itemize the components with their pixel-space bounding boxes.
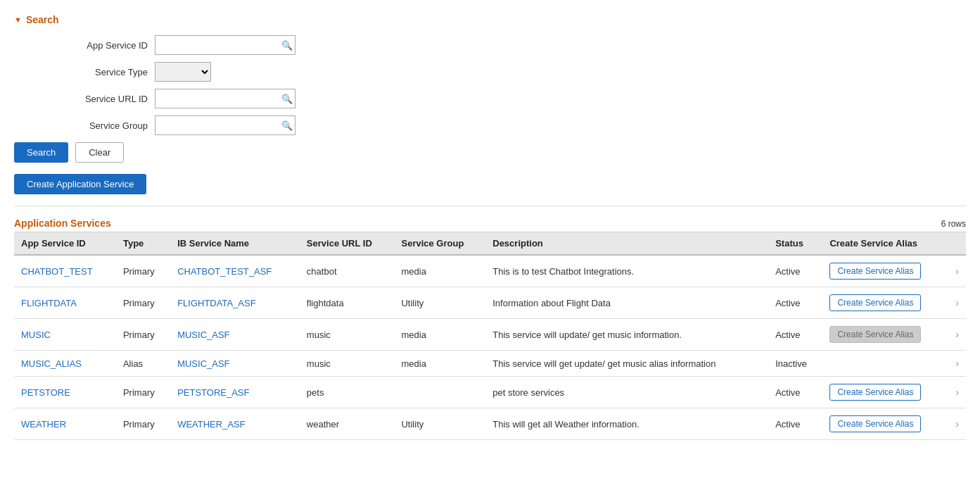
description-cell: This will get all Weather information. <box>485 408 768 440</box>
service-type-wrapper: Primary Alias <box>155 62 211 82</box>
service-url-id-cell: weather <box>300 408 395 440</box>
alias-btn-cell: Create Service Alias <box>822 319 948 351</box>
service-type-label: Service Type <box>56 67 148 77</box>
table-row: MUSICPrimaryMUSIC_ASFmusicmediaThis serv… <box>14 319 966 351</box>
create-service-alias-button-disabled: Create Service Alias <box>829 326 921 343</box>
search-title: Search <box>26 14 59 25</box>
col-service-url-id: Service URL ID <box>300 232 395 256</box>
table-header: App Service ID Type IB Service Name Serv… <box>14 232 966 256</box>
search-form: App Service ID 🔍 Service Type Primary Al… <box>56 35 966 135</box>
service-url-id-cell: pets <box>300 377 395 408</box>
row-chevron-icon[interactable]: › <box>948 255 966 287</box>
col-create-service-alias: Create Service Alias <box>822 232 948 256</box>
type-cell: Primary <box>116 319 170 351</box>
status-cell: Active <box>768 377 822 408</box>
create-service-alias-button[interactable]: Create Service Alias <box>829 415 921 432</box>
search-toggle[interactable]: ▼ Search <box>14 14 966 25</box>
service-group-cell: media <box>394 351 485 377</box>
table-row: PETSTOREPrimaryPETSTORE_ASFpetspet store… <box>14 377 966 408</box>
search-arrow-icon: ▼ <box>14 15 22 24</box>
service-type-select[interactable]: Primary Alias <box>155 62 211 82</box>
table-row: FLIGHTDATAPrimaryFLIGHTDATA_ASFflightdat… <box>14 287 966 319</box>
service-group-label: Service Group <box>56 120 148 131</box>
app-service-id-link[interactable]: WEATHER <box>21 419 66 430</box>
type-cell: Primary <box>116 287 170 319</box>
description-cell: pet store services <box>485 377 768 408</box>
app-service-id-link[interactable]: MUSIC_ALIAS <box>21 358 82 369</box>
status-cell: Active <box>768 408 822 440</box>
create-application-service-button[interactable]: Create Application Service <box>14 174 146 194</box>
alias-btn-cell: Create Service Alias <box>822 377 948 408</box>
description-cell: This is to test Chatbot Integrations. <box>485 255 768 287</box>
page-container: ▼ Search App Service ID 🔍 Service Type P… <box>0 0 980 454</box>
ib-service-name-link[interactable]: WEATHER_ASF <box>177 419 246 430</box>
service-group-cell <box>394 377 485 408</box>
type-cell: Primary <box>116 377 170 408</box>
service-group-cell: Utility <box>394 287 485 319</box>
col-status: Status <box>768 232 822 256</box>
alias-btn-cell: Create Service Alias <box>822 408 948 440</box>
table-header-row: Application Services 6 rows <box>14 218 966 229</box>
service-url-id-input[interactable] <box>155 89 295 108</box>
service-url-id-wrapper: 🔍 <box>155 89 295 108</box>
description-cell: Information about Flight Data <box>485 287 768 319</box>
row-chevron-icon[interactable]: › <box>948 351 966 377</box>
app-service-id-search-icon[interactable]: 🔍 <box>281 40 293 51</box>
type-cell: Alias <box>116 351 170 377</box>
status-cell: Active <box>768 287 822 319</box>
col-chevron <box>948 232 966 256</box>
row-chevron-icon[interactable]: › <box>948 287 966 319</box>
col-description: Description <box>485 232 768 256</box>
alias-btn-cell: Create Service Alias <box>822 255 948 287</box>
service-url-id-search-icon[interactable]: 🔍 <box>281 94 293 104</box>
type-cell: Primary <box>116 255 170 287</box>
service-group-row: Service Group 🔍 <box>56 115 966 135</box>
table-section: Application Services 6 rows App Service … <box>14 218 966 440</box>
app-service-id-link[interactable]: FLIGHTDATA <box>21 298 77 308</box>
table-row: CHATBOT_TESTPrimaryCHATBOT_TEST_ASFchatb… <box>14 255 966 287</box>
alias-btn-cell: Create Service Alias <box>822 287 948 319</box>
status-cell: Inactive <box>768 351 822 377</box>
ib-service-name-link[interactable]: PETSTORE_ASF <box>177 387 249 398</box>
application-services-table: App Service ID Type IB Service Name Serv… <box>14 232 966 440</box>
table-row: MUSIC_ALIASAliasMUSIC_ASFmusicmediaThis … <box>14 351 966 377</box>
service-type-row: Service Type Primary Alias <box>56 62 966 82</box>
type-cell: Primary <box>116 408 170 440</box>
clear-button[interactable]: Clear <box>75 142 124 163</box>
app-service-id-row: App Service ID 🔍 <box>56 35 966 55</box>
row-chevron-icon[interactable]: › <box>948 319 966 351</box>
create-service-alias-button[interactable]: Create Service Alias <box>829 294 921 311</box>
alias-btn-cell <box>822 351 948 377</box>
service-group-search-icon[interactable]: 🔍 <box>281 120 293 131</box>
service-url-id-label: Service URL ID <box>56 94 148 104</box>
app-service-id-wrapper: 🔍 <box>155 35 295 55</box>
table-title: Application Services <box>14 218 111 229</box>
status-cell: Active <box>768 319 822 351</box>
service-url-id-cell: flightdata <box>300 287 395 319</box>
app-service-id-link[interactable]: PETSTORE <box>21 387 70 398</box>
ib-service-name-link[interactable]: CHATBOT_TEST_ASF <box>177 266 272 277</box>
app-service-id-link[interactable]: MUSIC <box>21 330 51 340</box>
service-url-id-row: Service URL ID 🔍 <box>56 89 966 108</box>
status-cell: Active <box>768 255 822 287</box>
search-section: ▼ Search App Service ID 🔍 Service Type P… <box>14 14 966 206</box>
create-service-alias-button[interactable]: Create Service Alias <box>829 384 921 401</box>
service-group-input[interactable] <box>155 115 295 135</box>
col-ib-service-name: IB Service Name <box>170 232 300 256</box>
app-service-id-label: App Service ID <box>56 40 148 51</box>
app-service-id-input[interactable] <box>155 35 295 55</box>
ib-service-name-link[interactable]: MUSIC_ASF <box>177 330 229 340</box>
ib-service-name-link[interactable]: MUSIC_ASF <box>177 358 229 369</box>
search-button-row: Search Clear <box>14 142 966 163</box>
description-cell: This service will update/ get music info… <box>485 319 768 351</box>
row-chevron-icon[interactable]: › <box>948 408 966 440</box>
app-service-id-link[interactable]: CHATBOT_TEST <box>21 266 93 277</box>
service-url-id-cell: music <box>300 351 395 377</box>
row-chevron-icon[interactable]: › <box>948 377 966 408</box>
table-body: CHATBOT_TESTPrimaryCHATBOT_TEST_ASFchatb… <box>14 255 966 440</box>
search-button[interactable]: Search <box>14 142 68 163</box>
table-row: WEATHERPrimaryWEATHER_ASFweatherUtilityT… <box>14 408 966 440</box>
service-url-id-cell: chatbot <box>300 255 395 287</box>
create-service-alias-button[interactable]: Create Service Alias <box>829 263 921 280</box>
ib-service-name-link[interactable]: FLIGHTDATA_ASF <box>177 298 255 308</box>
